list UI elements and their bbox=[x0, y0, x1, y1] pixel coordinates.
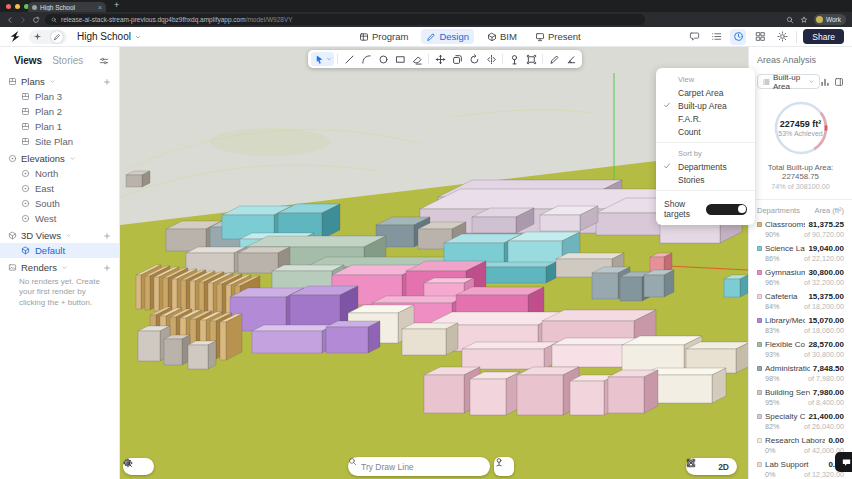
edit-pen-icon[interactable] bbox=[53, 33, 61, 41]
menu-sort-stories[interactable]: Stories bbox=[656, 173, 755, 186]
command-search-bar[interactable] bbox=[348, 457, 490, 476]
pencil-tool[interactable] bbox=[546, 52, 562, 66]
sidebar-item-plan-1[interactable]: Plan 1 bbox=[0, 119, 119, 134]
viewport-3d-canvas[interactable]: 2D bbox=[120, 47, 748, 479]
protractor-tool[interactable] bbox=[563, 52, 579, 66]
massing-block[interactable] bbox=[164, 335, 190, 365]
eraser-tool[interactable] bbox=[409, 52, 425, 66]
sidebar-item-south[interactable]: South bbox=[0, 196, 119, 211]
section-tool[interactable] bbox=[523, 52, 539, 66]
department-row[interactable]: Library/Media C...15,070.0083%of 18,060.… bbox=[757, 316, 844, 335]
massing-scene[interactable] bbox=[120, 47, 748, 479]
circle-tool[interactable] bbox=[375, 52, 391, 66]
section-elevations[interactable]: Elevations bbox=[0, 151, 119, 166]
sidebar-item-plan-3[interactable]: Plan 3 bbox=[0, 89, 119, 104]
chat-widget-button[interactable] bbox=[835, 452, 852, 472]
tab-stories[interactable]: Stories bbox=[52, 55, 83, 66]
pin-tool[interactable] bbox=[506, 52, 522, 66]
massing-block[interactable] bbox=[126, 171, 150, 187]
mirror-tool[interactable] bbox=[483, 52, 499, 66]
department-row[interactable]: Flexible Common...28,570.0093%of 30,800.… bbox=[757, 340, 844, 359]
massing-block[interactable] bbox=[462, 342, 558, 369]
browser-back-icon[interactable] bbox=[6, 16, 14, 24]
filter-icon[interactable] bbox=[99, 56, 109, 66]
add-3d-views-button[interactable] bbox=[103, 232, 111, 240]
rectangle-tool[interactable] bbox=[392, 52, 408, 66]
app-logo-icon[interactable] bbox=[8, 30, 21, 43]
window-minimize-button[interactable] bbox=[15, 4, 20, 9]
collapse-panel-icon[interactable] bbox=[834, 77, 844, 87]
add-plans-button[interactable] bbox=[103, 78, 111, 86]
line-tool[interactable] bbox=[341, 52, 357, 66]
sidebar-item-east[interactable]: East bbox=[0, 181, 119, 196]
rotate-tool[interactable] bbox=[466, 52, 482, 66]
arc-tool[interactable] bbox=[358, 52, 374, 66]
nav-present-button[interactable]: Present bbox=[530, 29, 586, 44]
mode-switch[interactable] bbox=[29, 30, 67, 44]
menu-view-count[interactable]: Count bbox=[656, 125, 755, 138]
add-renders-button[interactable] bbox=[103, 264, 111, 272]
menu-view-carpet-area[interactable]: Carpet Area bbox=[656, 86, 755, 99]
massing-block[interactable] bbox=[188, 341, 216, 369]
massing-block[interactable] bbox=[724, 275, 748, 297]
toggle-2d-button[interactable]: 2D bbox=[718, 462, 729, 472]
metric-dropdown[interactable]: Built-up Area bbox=[757, 74, 820, 89]
massing-block[interactable] bbox=[517, 367, 579, 415]
massing-block[interactable] bbox=[474, 262, 556, 283]
chart-icon[interactable] bbox=[820, 77, 830, 87]
massing-block[interactable] bbox=[252, 325, 334, 353]
sidebar-item-west[interactable]: West bbox=[0, 211, 119, 226]
massing-block[interactable] bbox=[644, 270, 674, 297]
massing-block[interactable] bbox=[608, 370, 658, 413]
address-bar[interactable]: release-ai-stack-stream-previous.dqp4bz9… bbox=[45, 14, 645, 25]
sidebar-item-default[interactable]: Default bbox=[0, 243, 119, 258]
browser-forward-icon[interactable] bbox=[19, 16, 27, 24]
nav-bim-button[interactable]: BIM bbox=[482, 29, 522, 44]
move-tool[interactable] bbox=[432, 52, 448, 66]
show-targets-toggle[interactable] bbox=[706, 204, 748, 215]
new-tab-button[interactable]: + bbox=[114, 0, 119, 10]
browser-profile-chip[interactable]: Work bbox=[814, 14, 846, 25]
department-row[interactable]: Gymnasium30,800.0096%of 32,200.00 bbox=[757, 268, 844, 287]
section-renders[interactable]: Renders bbox=[0, 260, 119, 275]
menu-sort-departments[interactable]: Departments bbox=[656, 160, 755, 173]
outline-list-button[interactable] bbox=[708, 29, 724, 45]
browser-reload-icon[interactable] bbox=[32, 16, 40, 24]
menu-view-built-up-area[interactable]: Built-up Area bbox=[656, 99, 755, 112]
sidebar-item-plan-2[interactable]: Plan 2 bbox=[0, 104, 119, 119]
section-plans[interactable]: Plans bbox=[0, 74, 119, 89]
sidebar-item-site-plan[interactable]: Site Plan bbox=[0, 134, 119, 149]
apps-grid-button[interactable] bbox=[752, 29, 768, 45]
department-row[interactable]: Specialty Class...21,400.0082%of 26,040.… bbox=[757, 412, 844, 431]
command-search-input[interactable] bbox=[359, 461, 483, 473]
massing-block[interactable] bbox=[326, 321, 380, 353]
section-3d-views[interactable]: 3D Views bbox=[0, 228, 119, 243]
window-close-button[interactable] bbox=[6, 4, 11, 9]
history-clock-button[interactable] bbox=[730, 29, 746, 45]
tab-views[interactable]: Views bbox=[14, 55, 42, 66]
department-row[interactable]: Science Laborat...19,040.0086%of 22,120.… bbox=[757, 244, 844, 263]
nav-design-button[interactable]: Design bbox=[421, 29, 474, 44]
settings-sun-button[interactable] bbox=[774, 29, 790, 45]
ai-sparkle-icon[interactable] bbox=[33, 32, 42, 41]
select-tool[interactable] bbox=[311, 52, 334, 66]
department-row[interactable]: Lab Support0.000%of 12,320.00 bbox=[757, 460, 844, 479]
department-row[interactable]: Classrooms81,375.2590%of 90,720.00 bbox=[757, 220, 844, 239]
department-row[interactable]: Research Labora...0.000%of 42,000.00 bbox=[757, 436, 844, 455]
browser-tab[interactable]: High School × bbox=[28, 2, 106, 12]
sidebar-item-north[interactable]: North bbox=[0, 166, 119, 181]
department-row[interactable]: Cafeteria15,375.0084%of 18,200.00 bbox=[757, 292, 844, 311]
project-title[interactable]: High School bbox=[77, 31, 142, 42]
menu-view-f-a-r-[interactable]: F.A.R. bbox=[656, 112, 755, 125]
bookmark-star-icon[interactable] bbox=[800, 16, 808, 24]
assistant-button[interactable] bbox=[494, 457, 514, 476]
massing-block[interactable] bbox=[470, 372, 520, 415]
nav-program-button[interactable]: Program bbox=[354, 29, 413, 44]
duplicate-tool[interactable] bbox=[449, 52, 465, 66]
department-row[interactable]: Building Servic...7,980.0095%of 8,400.00 bbox=[757, 388, 844, 407]
massing-block[interactable] bbox=[220, 314, 242, 360]
browser-search-icon[interactable] bbox=[786, 16, 794, 24]
comments-button[interactable] bbox=[686, 29, 702, 45]
department-row[interactable]: Administration ...7,848.5098%of 7,980.00 bbox=[757, 364, 844, 383]
massing-block[interactable] bbox=[402, 323, 458, 355]
